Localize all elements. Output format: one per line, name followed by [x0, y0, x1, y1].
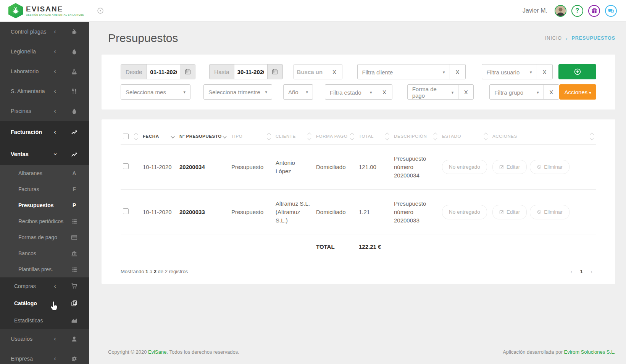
sort-icon[interactable] — [134, 133, 138, 140]
sidebar-item[interactable]: Facturas F — [0, 181, 89, 197]
sort-icon[interactable] — [484, 133, 488, 140]
column-header[interactable]: ACCIONES — [490, 128, 596, 145]
quarter-select[interactable]: Selecciona trimestre ▾ — [203, 84, 272, 100]
prev-page-button[interactable]: ‹ — [570, 268, 572, 275]
sidebar-item[interactable]: Ventas — [0, 143, 89, 165]
sidebar-item[interactable]: Control plagas — [0, 22, 89, 42]
clear-group-button[interactable]: X — [544, 85, 559, 99]
acciones-button[interactable]: Acciones ▾ — [559, 84, 596, 100]
column-header[interactable]: ESTADO — [440, 128, 490, 145]
clear-payment-button[interactable]: X — [458, 85, 473, 99]
column-header[interactable]: TIPO — [229, 128, 273, 145]
chevron-icon — [52, 28, 58, 35]
sidebar-item-label: Legionella — [0, 48, 36, 55]
column-header[interactable]: FORMA PAGO — [314, 128, 357, 145]
footer-brand-link[interactable]: EviSane — [148, 349, 166, 355]
state-filter-select[interactable]: Filtra estado ▾ — [325, 85, 377, 100]
select-all-checkbox[interactable] — [123, 134, 129, 139]
sort-icon[interactable] — [267, 133, 271, 140]
cart-icon — [71, 283, 77, 290]
sidebar-item[interactable]: Estadísticas — [0, 312, 89, 329]
cell-numero: 20200034 — [177, 145, 229, 190]
sidebar-item[interactable]: Compras — [0, 277, 89, 295]
table-row: 10-11-2020 20200033 Presupuesto Altramuz… — [121, 190, 596, 235]
delete-button[interactable]: Eliminar — [530, 160, 570, 174]
column-header[interactable]: TOTAL — [357, 128, 392, 145]
app-logo[interactable]: EVISANE GESTIÓN SANIDAD AMBIENTAL EN LA … — [8, 3, 84, 18]
breadcrumb-home[interactable]: INICIO — [545, 35, 562, 41]
chevron-down-icon: ▾ — [533, 90, 539, 95]
year-select[interactable]: Año ▾ — [283, 84, 313, 100]
edit-button[interactable]: Editar — [492, 160, 527, 174]
sort-icon[interactable] — [433, 133, 437, 140]
sort-icon[interactable] — [350, 133, 354, 140]
sidebar-item[interactable]: Presupuestos P — [0, 197, 89, 213]
clear-client-button[interactable]: X — [450, 64, 465, 79]
sort-icon[interactable] — [171, 135, 175, 138]
search-input[interactable] — [294, 64, 327, 79]
sidebar-item[interactable]: Formas de pago — [0, 229, 89, 245]
cell-descripcion: Presupuesto número 20200033 — [392, 190, 440, 235]
sidebar-item[interactable]: Albaranes A — [0, 165, 89, 181]
column-header[interactable]: Nº PRESUPUESTO — [177, 128, 229, 145]
column-header[interactable]: DESCRIPCIÓN — [392, 128, 440, 145]
column-header[interactable]: CLIENTE — [273, 128, 314, 145]
status-badge[interactable]: No entregado — [442, 160, 487, 174]
month-select[interactable]: Selecciona mes ▾ — [121, 84, 190, 100]
sidebar-item[interactable]: Catálogo — [0, 295, 89, 312]
sidebar-item[interactable]: Facturación — [0, 121, 89, 143]
payment-filter-select[interactable]: Forma de pago ▾ — [408, 85, 459, 100]
sort-icon[interactable] — [385, 133, 389, 140]
cell-fecha: 10-11-2020 — [140, 190, 177, 235]
clear-search-button[interactable]: X — [327, 64, 342, 79]
edit-button[interactable]: Editar — [492, 205, 527, 219]
clear-state-button[interactable]: X — [377, 85, 392, 99]
column-header[interactable]: FECHA — [140, 128, 177, 145]
user-filter-select[interactable]: Filtra usuario ▾ — [482, 64, 537, 79]
droplet-icon — [71, 108, 77, 114]
row-checkbox[interactable] — [123, 208, 129, 214]
sidebar-item[interactable]: Usuarios — [0, 329, 89, 349]
cell-forma-pago: Domiciliado — [314, 145, 357, 190]
sidebar-item[interactable]: Bancos — [0, 245, 89, 261]
sort-icon[interactable] — [223, 135, 227, 138]
add-button[interactable] — [558, 64, 596, 79]
sort-icon[interactable] — [307, 133, 311, 140]
date-from-group: Desde — [121, 64, 195, 79]
sidebar-item[interactable]: Recibos periódicos — [0, 213, 89, 229]
sidebar-collapse-icon[interactable] — [97, 7, 104, 14]
status-badge[interactable]: No entregado — [442, 205, 487, 219]
gift-icon[interactable] — [588, 5, 600, 17]
sidebar-item[interactable]: Legionella — [0, 42, 89, 61]
sidebar-item[interactable]: Plantillas pres. — [0, 261, 89, 277]
sidebar-item[interactable]: Piscinas — [0, 101, 89, 121]
calendar-icon[interactable] — [180, 64, 195, 79]
chat-icon[interactable] — [605, 5, 617, 17]
group-filter-group: Filtra grupo ▾ X — [489, 84, 559, 100]
pagination: ‹ 1 › — [570, 268, 592, 275]
next-page-button[interactable]: › — [591, 268, 592, 275]
sidebar-item[interactable]: Empresa — [0, 349, 89, 364]
chevron-down-icon: ▾ — [261, 90, 267, 95]
letter-f-icon: F — [71, 186, 77, 193]
date-from-input[interactable] — [147, 64, 180, 79]
developer-link[interactable]: Evirom Soluciones S.L. — [564, 349, 615, 355]
sort-icon[interactable] — [590, 133, 594, 140]
row-checkbox[interactable] — [123, 163, 129, 169]
user-avatar[interactable] — [555, 5, 566, 17]
calendar-icon[interactable] — [267, 64, 282, 79]
user-icon — [71, 335, 77, 342]
date-to-input[interactable] — [234, 64, 267, 79]
clear-user-button[interactable]: X — [537, 64, 552, 79]
chevron-icon — [52, 355, 58, 362]
group-filter-select[interactable]: Filtra grupo ▾ — [490, 85, 544, 100]
cell-fecha: 10-11-2020 — [140, 145, 177, 190]
sidebar-item[interactable]: S. Alimentaria — [0, 81, 89, 101]
sidebar-item-label: Usuarios — [0, 336, 32, 342]
sidebar-item[interactable]: Laboratorio — [0, 61, 89, 81]
help-icon[interactable]: ? — [571, 5, 583, 17]
page-number[interactable]: 1 — [580, 269, 583, 274]
delete-button[interactable]: Eliminar — [530, 205, 570, 219]
client-filter-select[interactable]: Filtra cliente ▾ — [358, 64, 450, 79]
cell-descripcion: Presupuesto número 20200034 — [392, 145, 440, 190]
